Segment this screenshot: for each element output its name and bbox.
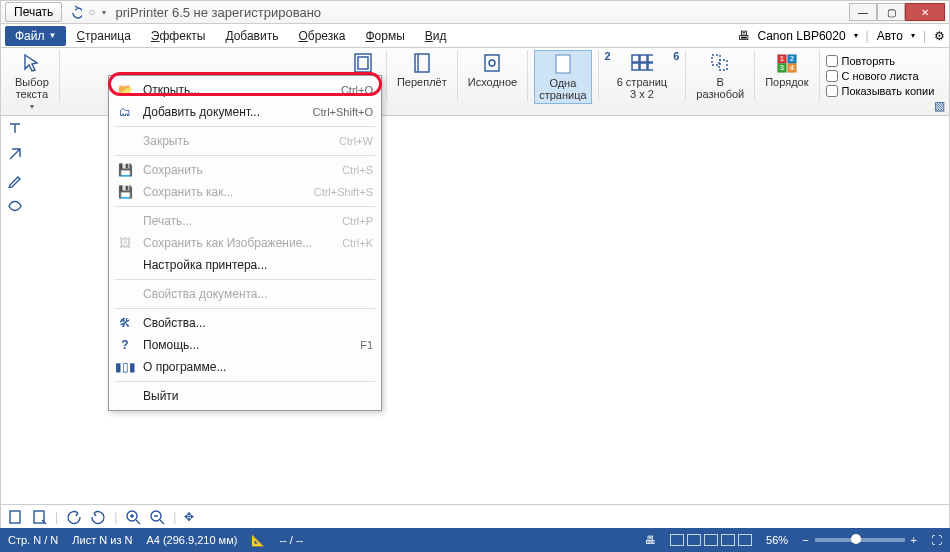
shape-tool-icon[interactable] <box>5 196 25 216</box>
undo-icon[interactable] <box>68 5 82 19</box>
save-as-icon: 💾 <box>115 185 135 199</box>
grid-button[interactable]: 6 страниц 3 x 2 <box>613 50 671 102</box>
repeat-check[interactable]: Повторять <box>826 55 895 67</box>
ribbon-group-select: Выбор текста ▾ <box>5 50 60 101</box>
fullscreen-icon[interactable]: ⛶ <box>931 534 942 546</box>
menu-view[interactable]: Вид <box>415 26 457 46</box>
menu-add-doc[interactable]: 🗂 Добавить документ... Ctrl+Shift+O <box>109 101 381 123</box>
new-page-icon[interactable] <box>7 509 23 525</box>
printer-icon: 🖶 <box>738 29 750 43</box>
redo-icon[interactable] <box>90 509 106 525</box>
one-page-button[interactable]: Одна страница <box>534 50 591 104</box>
status-page: Стр. N / N <box>8 534 58 546</box>
menu-printer-setup[interactable]: Настройка принтера... <box>109 254 381 276</box>
status-sheet: Лист N из N <box>72 534 132 546</box>
menu-save: 💾 Сохранить Ctrl+S <box>109 159 381 181</box>
menu-about[interactable]: ▮▯▮ О программе... <box>109 356 381 378</box>
zoom-slider[interactable]: − + <box>802 534 917 546</box>
svg-text:4: 4 <box>790 64 794 71</box>
printer-selector[interactable]: 🖶 Canon LBP6020 ▾ | Авто ▾ | ⚙ <box>738 29 945 43</box>
zoom-out-icon[interactable] <box>149 509 165 525</box>
quick-access-toolbar: Печать ○ ▾ <box>5 2 106 22</box>
svg-rect-23 <box>10 511 20 523</box>
gear-icon[interactable]: ⚙ <box>934 29 945 43</box>
save-icon: 💾 <box>115 163 135 177</box>
show-copies-check[interactable]: Показывать копии <box>826 85 935 97</box>
barcode-icon: ▮▯▮ <box>115 360 135 374</box>
menu-print: Печать... Ctrl+P <box>109 210 381 232</box>
margins-icon <box>352 52 374 74</box>
svg-rect-2 <box>415 54 429 72</box>
image-icon: 🖼 <box>115 236 135 250</box>
status-ruler-icon[interactable]: 📐 <box>251 534 265 547</box>
pencil-icon[interactable] <box>5 170 25 190</box>
svg-rect-7 <box>632 55 639 62</box>
zoom-value: 56% <box>766 534 788 546</box>
menu-doc-props: Свойства документа... <box>109 283 381 305</box>
svg-text:3: 3 <box>780 64 784 71</box>
scatter-button[interactable]: В разнобой <box>692 50 748 102</box>
chevron-down-icon: ▾ <box>911 31 915 40</box>
svg-rect-12 <box>648 63 653 70</box>
cursor-icon <box>21 52 43 74</box>
svg-point-5 <box>489 60 495 66</box>
bottom-toolbar: | | | ✥ <box>0 504 950 528</box>
qat-dropdown-icon[interactable]: ▾ <box>102 8 106 17</box>
file-menu-dropdown: 📂 Открыть... Ctrl+O 🗂 Добавить документ.… <box>108 75 382 411</box>
status-bar: Стр. N / N Лист N из N A4 (296.9,210 мм)… <box>0 528 950 552</box>
view-mode-buttons[interactable] <box>670 534 752 546</box>
undo-icon[interactable] <box>66 509 82 525</box>
redo-icon[interactable]: ○ <box>88 5 95 19</box>
menu-crop[interactable]: Обрезка <box>288 26 355 46</box>
menu-bar: Файл▼ Страница Эффекты Добавить Обрезка … <box>0 24 950 48</box>
new-sheet-check[interactable]: С нового листа <box>826 70 919 82</box>
menu-close: Закрыть Ctrl+W <box>109 130 381 152</box>
menu-open[interactable]: 📂 Открыть... Ctrl+O <box>109 79 381 101</box>
svg-rect-1 <box>358 57 368 69</box>
menu-exit[interactable]: Выйти <box>109 385 381 407</box>
title-bar: Печать ○ ▾ priPrinter 6.5 не зарегистрир… <box>0 0 950 24</box>
menu-props[interactable]: 🛠 Свойства... <box>109 312 381 334</box>
svg-rect-11 <box>640 63 647 70</box>
minimize-button[interactable]: — <box>849 3 877 21</box>
binding-icon <box>411 52 433 74</box>
menu-effects[interactable]: Эффекты <box>141 26 216 46</box>
binding-button[interactable]: Переплёт <box>393 50 451 90</box>
select-text-button[interactable]: Выбор текста <box>11 50 53 102</box>
chevron-down-icon: ▾ <box>854 31 858 40</box>
source-button[interactable]: Исходное <box>464 50 521 90</box>
order-button[interactable]: 1234 Порядок <box>761 50 812 90</box>
properties-icon[interactable]: ▧ <box>934 99 945 113</box>
add-doc-icon: 🗂 <box>115 105 135 119</box>
menu-page[interactable]: Страница <box>66 26 140 46</box>
zoom-out-button[interactable]: − <box>802 534 808 546</box>
grid-icon <box>631 52 653 74</box>
chevron-down-icon: ▼ <box>49 31 57 40</box>
printer-name: Canon LBP6020 <box>758 29 846 43</box>
svg-rect-4 <box>485 55 499 71</box>
text-tool-icon[interactable] <box>5 118 25 138</box>
properties-icon: 🛠 <box>115 316 135 330</box>
auto-label[interactable]: Авто <box>877 29 903 43</box>
badge-2: 2 <box>605 50 611 62</box>
zoom-in-button[interactable]: + <box>911 534 917 546</box>
zoom-in-icon[interactable] <box>125 509 141 525</box>
source-icon <box>481 52 503 74</box>
add-page-icon[interactable] <box>31 509 47 525</box>
qat-print-button[interactable]: Печать <box>5 2 62 22</box>
app-title: priPrinter 6.5 не зарегистрировано <box>116 5 322 20</box>
left-rail <box>5 118 29 216</box>
watermark-tool-icon[interactable] <box>5 144 25 164</box>
pan-icon[interactable]: ✥ <box>184 510 194 524</box>
badge-6: 6 <box>673 50 679 62</box>
menu-file[interactable]: Файл▼ <box>5 26 66 46</box>
svg-rect-9 <box>648 55 653 62</box>
maximize-button[interactable]: ▢ <box>877 3 905 21</box>
menu-add[interactable]: Добавить <box>215 26 288 46</box>
help-icon: ? <box>115 338 135 352</box>
chevron-down-icon[interactable]: ▾ <box>30 102 34 111</box>
status-printer-icon[interactable]: 🖶 <box>645 534 656 546</box>
menu-help[interactable]: ? Помощь... F1 <box>109 334 381 356</box>
menu-forms[interactable]: Формы <box>355 26 414 46</box>
close-button[interactable]: ✕ <box>905 3 945 21</box>
